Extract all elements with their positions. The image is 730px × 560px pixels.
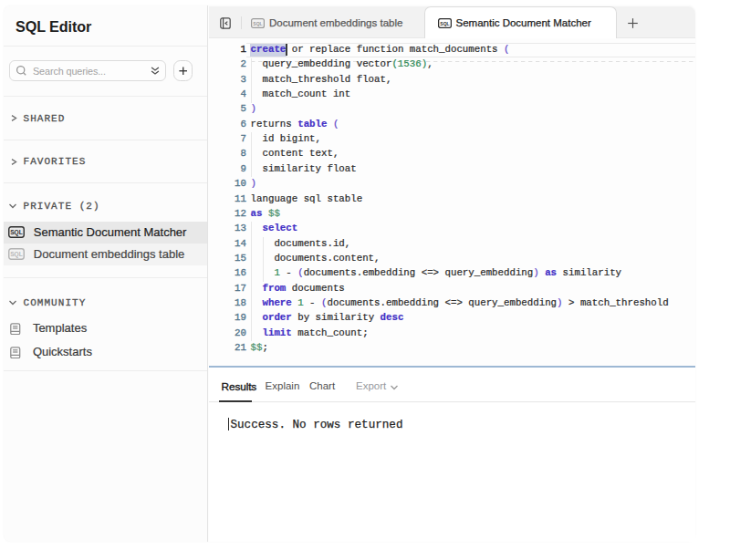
svg-text:SQL: SQL (10, 229, 23, 236)
svg-text:SQL: SQL (253, 20, 262, 26)
svg-text:SQL: SQL (10, 251, 23, 258)
svg-text:SQL: SQL (440, 20, 449, 26)
